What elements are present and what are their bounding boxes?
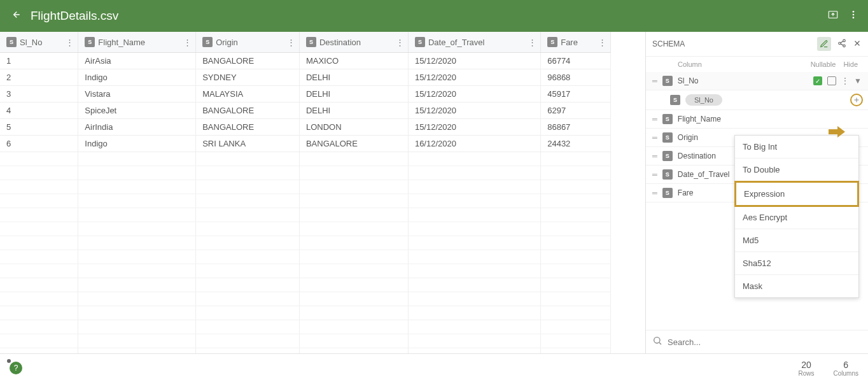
- more-icon[interactable]: [848, 10, 858, 22]
- type-badge-icon: S: [306, 37, 316, 47]
- type-badge-icon: S: [662, 132, 673, 143]
- svg-point-3: [853, 14, 855, 16]
- schema-edit-icon[interactable]: [817, 37, 831, 51]
- schema-sub-row: S Sl_No: [646, 90, 868, 110]
- export-icon[interactable]: [827, 9, 839, 23]
- column-menu-icon[interactable]: ⋮: [598, 38, 606, 47]
- table-cell[interactable]: SRI LANKA: [196, 136, 300, 152]
- table-cell[interactable]: BANGALORE: [196, 53, 300, 69]
- hide-checkbox[interactable]: [827, 76, 836, 85]
- table-cell[interactable]: 15/12/2020: [408, 53, 540, 69]
- type-badge-icon: S: [415, 37, 425, 47]
- svg-line-9: [841, 43, 843, 45]
- table-cell[interactable]: DELHI: [299, 69, 408, 86]
- column-menu-icon[interactable]: ⋮: [396, 38, 404, 47]
- type-badge-icon: S: [202, 37, 213, 47]
- column-menu-icon[interactable]: ⋮: [183, 38, 192, 47]
- back-arrow-icon[interactable]: [10, 9, 21, 24]
- table-cell[interactable]: BANGALORE: [196, 119, 300, 136]
- drag-handle-icon[interactable]: ═: [652, 171, 657, 178]
- svg-point-4: [853, 17, 855, 18]
- column-header[interactable]: SSl_No⋮: [0, 32, 78, 53]
- drag-handle-icon[interactable]: ═: [652, 134, 657, 141]
- drag-handle-icon[interactable]: ═: [652, 115, 657, 123]
- svg-point-6: [839, 42, 841, 45]
- table-row[interactable]: 3VistaraMALAYSIADELHI15/12/202045917: [0, 86, 611, 103]
- data-table-area: SSl_No⋮SFlight_Name⋮SOrigin⋮SDestination…: [0, 32, 645, 353]
- svg-line-15: [659, 343, 661, 344]
- table-cell[interactable]: 6: [0, 136, 78, 152]
- sub-column-pill[interactable]: Sl_No: [685, 94, 722, 106]
- table-cell[interactable]: SpiceJet: [78, 103, 196, 119]
- table-cell[interactable]: MALAYSIA: [196, 86, 300, 103]
- column-menu-icon[interactable]: ⋮: [287, 38, 295, 47]
- schema-hide-header: Hide: [843, 60, 858, 68]
- table-row[interactable]: 6IndigoSRI LANKABANGALORE16/12/202024432: [0, 136, 611, 152]
- svg-point-14: [654, 337, 660, 343]
- annotation-arrow-icon: [829, 126, 845, 140]
- table-row[interactable]: 1AirAsiaBANGALOREMAXICO15/12/202066774: [0, 53, 611, 69]
- chevron-down-icon[interactable]: ▼: [854, 76, 862, 85]
- table-cell[interactable]: DELHI: [299, 86, 408, 103]
- column-header[interactable]: SOrigin⋮: [196, 32, 300, 53]
- drag-handle-icon[interactable]: ═: [652, 77, 657, 85]
- table-cell[interactable]: 16/12/2020: [408, 136, 540, 152]
- table-cell[interactable]: 66774: [541, 53, 611, 69]
- table-cell[interactable]: MAXICO: [299, 53, 408, 69]
- table-cell[interactable]: 1: [0, 53, 78, 69]
- close-icon[interactable]: [853, 39, 862, 50]
- dropdown-item-md5[interactable]: Md5: [735, 229, 858, 252]
- table-cell[interactable]: 24432: [541, 136, 611, 152]
- transform-dropdown: To Big IntTo DoubleExpressionAes Encrypt…: [734, 135, 859, 298]
- help-icon[interactable]: ?: [10, 362, 22, 374]
- table-cell[interactable]: 15/12/2020: [408, 69, 540, 86]
- table-cell[interactable]: 4: [0, 103, 78, 119]
- column-header[interactable]: SDestination⋮: [299, 32, 408, 53]
- dropdown-item-to-double[interactable]: To Double: [735, 159, 858, 181]
- table-cell[interactable]: 2: [0, 69, 78, 86]
- table-cell[interactable]: SYDNEY: [196, 69, 300, 86]
- column-menu-icon[interactable]: ⋮: [528, 38, 536, 47]
- schema-search-input[interactable]: [668, 337, 862, 347]
- table-cell[interactable]: 5: [0, 119, 78, 136]
- dropdown-item-expression[interactable]: Expression: [734, 181, 859, 207]
- svg-line-8: [841, 41, 843, 42]
- add-transform-button[interactable]: [850, 94, 863, 106]
- table-cell[interactable]: 6297: [541, 103, 611, 119]
- table-cell[interactable]: BANGALORE: [299, 136, 408, 152]
- rows-label: Rows: [799, 370, 815, 377]
- dropdown-item-mask[interactable]: Mask: [735, 275, 858, 297]
- column-name: Sl_No: [20, 38, 42, 47]
- row-menu-icon[interactable]: ⋮: [841, 76, 849, 85]
- type-badge-icon: S: [547, 37, 557, 47]
- table-cell[interactable]: Indigo: [78, 69, 196, 86]
- table-row[interactable]: 5AirIndiaBANGALORELONDON15/12/202086867: [0, 119, 611, 136]
- schema-row-slno[interactable]: ═ S Sl_No ✓ ⋮ ▼: [646, 72, 868, 90]
- column-menu-icon[interactable]: ⋮: [66, 38, 74, 47]
- table-cell[interactable]: AirAsia: [78, 53, 196, 69]
- share-icon[interactable]: [837, 39, 846, 50]
- table-cell[interactable]: Indigo: [78, 136, 196, 152]
- table-cell[interactable]: 15/12/2020: [408, 86, 540, 103]
- table-cell[interactable]: 96868: [541, 69, 611, 86]
- table-cell[interactable]: AirIndia: [78, 119, 196, 136]
- table-cell[interactable]: 45917: [541, 86, 611, 103]
- drag-handle-icon[interactable]: ═: [652, 189, 657, 197]
- column-header[interactable]: SDate_of_Travel⋮: [408, 32, 540, 53]
- table-cell[interactable]: LONDON: [299, 119, 408, 136]
- table-cell[interactable]: 86867: [541, 119, 611, 136]
- dropdown-item-aes-encrypt[interactable]: Aes Encrypt: [735, 206, 858, 229]
- table-row[interactable]: 4SpiceJetBANGALOREDELHI15/12/20206297: [0, 103, 611, 119]
- column-header[interactable]: SFlight_Name⋮: [78, 32, 196, 53]
- table-cell[interactable]: 3: [0, 86, 78, 103]
- table-cell[interactable]: BANGALORE: [196, 103, 300, 119]
- table-row[interactable]: 2IndigoSYDNEYDELHI15/12/202096868: [0, 69, 611, 86]
- dropdown-item-sha512[interactable]: Sha512: [735, 252, 858, 275]
- drag-handle-icon[interactable]: ═: [652, 152, 657, 160]
- table-cell[interactable]: Vistara: [78, 86, 196, 103]
- table-cell[interactable]: DELHI: [299, 103, 408, 119]
- table-cell[interactable]: 15/12/2020: [408, 119, 540, 136]
- column-header[interactable]: SFare⋮: [541, 32, 611, 53]
- table-cell[interactable]: 15/12/2020: [408, 103, 540, 119]
- nullable-checkbox[interactable]: ✓: [813, 76, 822, 85]
